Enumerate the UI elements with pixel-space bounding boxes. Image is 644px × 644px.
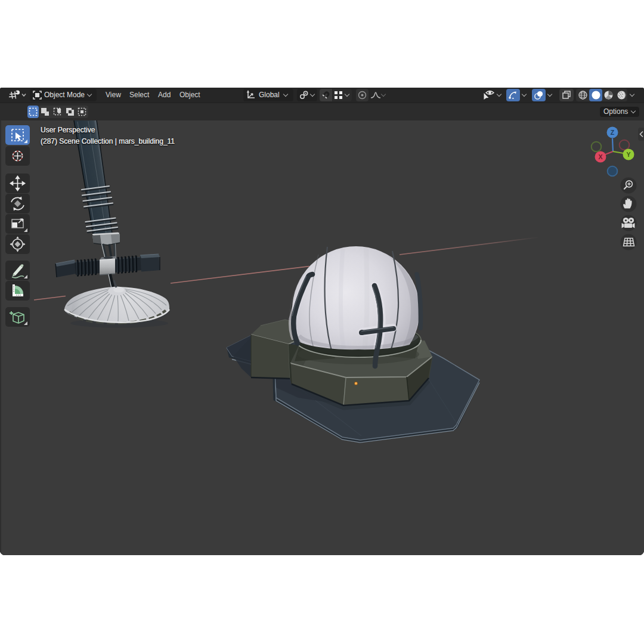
svg-text:Z: Z <box>611 129 615 136</box>
svg-text:Y: Y <box>626 151 630 158</box>
svg-text:X: X <box>598 153 602 160</box>
